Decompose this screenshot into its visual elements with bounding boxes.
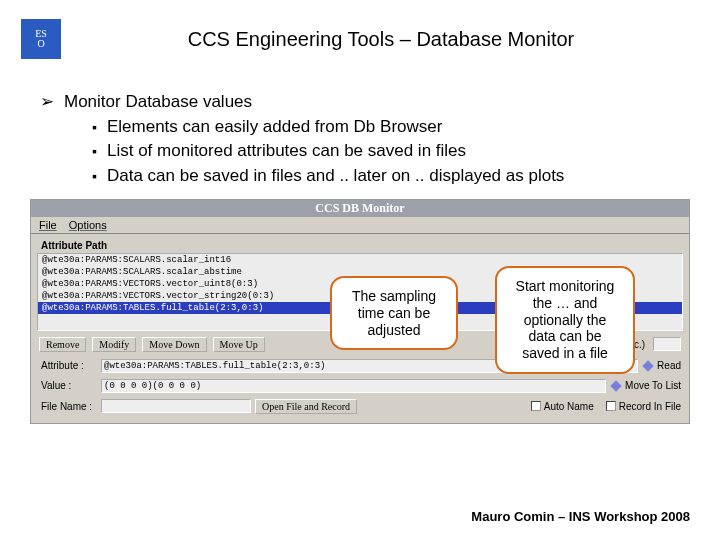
column-header: Attribute Path [37, 238, 683, 253]
filename-label: File Name : [39, 401, 97, 412]
value-label: Value : [39, 380, 97, 391]
openfile-button[interactable]: Open File and Record [255, 399, 357, 414]
logo-line2: O [35, 39, 47, 49]
checkbox-icon[interactable] [531, 401, 541, 411]
page-title: CCS Engineering Tools – Database Monitor [62, 28, 700, 51]
checkbox-icon[interactable] [606, 401, 616, 411]
diamond-icon [642, 360, 653, 371]
attribute-label: Attribute : [39, 360, 97, 371]
callout-sampling: The sampling time can be adjusted [330, 276, 458, 350]
movedown-button[interactable]: Move Down [142, 337, 206, 352]
remove-button[interactable]: Remove [39, 337, 86, 352]
slide-footer: Mauro Comin – INS Workshop 2008 [471, 509, 690, 524]
value-field[interactable]: (0 0 0 0)(0 0 0 0) [101, 379, 606, 393]
bullet-main: Monitor Database values [40, 90, 680, 115]
movetolist-label[interactable]: Move To List [625, 380, 681, 391]
window-titlebar: CCS DB Monitor [31, 200, 689, 217]
eso-logo: ES O [20, 18, 62, 60]
slide-header: ES O CCS Engineering Tools – Database Mo… [0, 0, 720, 70]
read-label[interactable]: Read [657, 360, 681, 371]
filename-field[interactable] [101, 399, 251, 413]
autoname-label: Auto Name [544, 401, 594, 412]
menu-file[interactable]: File [39, 219, 57, 231]
menu-options[interactable]: Options [69, 219, 107, 231]
bullet-sub1: Elements can easily added from Db Browse… [40, 115, 680, 140]
menubar: File Options [31, 217, 689, 234]
recordinfile-label: Record In File [619, 401, 681, 412]
bullet-sub3: Data can be saved in files and .. later … [40, 164, 680, 189]
period-field[interactable] [653, 337, 681, 351]
list-item[interactable]: @wte30a:PARAMS:SCALARS.scalar_int16 [38, 254, 682, 266]
moveup-button[interactable]: Move Up [213, 337, 265, 352]
modify-button[interactable]: Modify [92, 337, 136, 352]
diamond-icon [610, 380, 621, 391]
bullet-sub2: List of monitored attributes can be save… [40, 139, 680, 164]
bullet-content: Monitor Database values Elements can eas… [0, 70, 720, 189]
callout-start: Start monitoring the … and optionally th… [495, 266, 635, 374]
